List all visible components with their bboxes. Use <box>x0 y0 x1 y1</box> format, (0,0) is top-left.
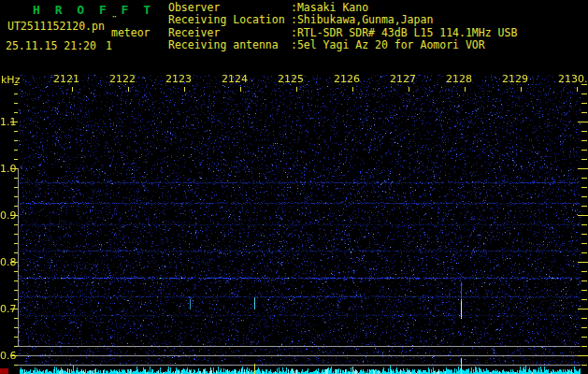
spectrogram-canvas <box>0 73 588 374</box>
time-tick-label: 2130. <box>558 73 588 85</box>
metadata-label: Observer <box>168 2 291 14</box>
freq-tick-label: 0.6 <box>0 350 17 362</box>
metadata-row: Receiving Location :Shibukawa,Gunma,Japa… <box>168 14 517 26</box>
time-tick-label: 2122 <box>109 73 136 85</box>
freq-tick-label: 0.7 <box>0 303 17 315</box>
time-tick-label: 2124 <box>222 73 248 85</box>
datetime-label: 25.11.15 21:20 <box>6 39 96 52</box>
metadata-fields: Observer :Masaki Kano Receiving Location… <box>168 2 517 51</box>
metadata-row: Receiver :RTL-SDR SDR# 43dB L15 114.1MHz… <box>168 27 517 39</box>
app-title: H R O F F T <box>33 3 154 17</box>
hrofft-window: H R O F F T UT2511152120.pn ¨ meteor 25.… <box>0 0 588 374</box>
count-label: 1 <box>106 39 112 52</box>
metadata-row: Receiving antenna :5el Yagi Az 20 for Ao… <box>168 39 517 51</box>
meteor-label: meteor <box>111 26 151 39</box>
time-tick-label: 2127 <box>390 73 416 85</box>
freq-tick-label: 0.9 <box>0 209 17 222</box>
freq-tick-label: 1.0 <box>0 163 17 175</box>
freq-tick-label: 1.1 <box>0 116 17 128</box>
freq-axis-unit: kHz <box>1 74 20 86</box>
freq-tick-label: 0.8 <box>0 256 17 268</box>
metadata-value: :5el Yagi Az 20 for Aomori VOR <box>291 39 485 51</box>
metadata-label: Receiving antenna <box>168 39 291 51</box>
time-tick-label: 2125 <box>278 73 304 85</box>
time-tick-label: 2123 <box>165 73 192 85</box>
filename-artifact: ¨ <box>111 14 118 26</box>
metadata-value: :Masaki Kano <box>291 2 368 14</box>
time-tick-label: 2121 <box>53 73 79 85</box>
metadata-label: Receiving Location <box>168 14 291 26</box>
filename-label: UT2511152120.pn <box>7 20 105 33</box>
metadata-value: :Shibukawa,Gunma,Japan <box>291 14 433 26</box>
time-tick-label: 2129 <box>502 73 528 85</box>
time-tick-label: 2128 <box>446 73 472 85</box>
metadata-row: Observer :Masaki Kano <box>168 2 517 14</box>
metadata-value: :RTL-SDR SDR# 43dB L15 114.1MHz USB <box>291 27 517 39</box>
metadata-label: Receiver <box>168 27 291 39</box>
time-tick-label: 2126 <box>334 73 360 85</box>
